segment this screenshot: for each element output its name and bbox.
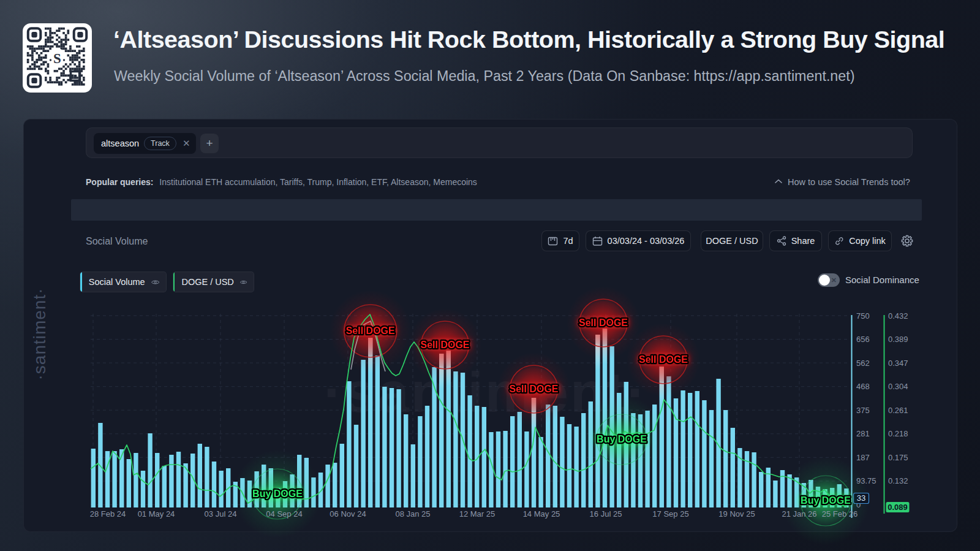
svg-text:16 Jul 25: 16 Jul 25: [590, 509, 622, 519]
svg-text:0.347: 0.347: [888, 359, 908, 368]
svg-text:Buy DOGE: Buy DOGE: [252, 488, 303, 499]
svg-text:08 Jan 25: 08 Jan 25: [395, 509, 430, 519]
svg-text:375: 375: [856, 406, 870, 415]
svg-text:Sell DOGE: Sell DOGE: [346, 325, 395, 336]
svg-text:·santiment·: ·santiment·: [30, 287, 49, 380]
svg-text:12 Mar 25: 12 Mar 25: [459, 509, 496, 519]
svg-text:Buy DOGE: Buy DOGE: [801, 495, 851, 506]
svg-text:28 Feb 24: 28 Feb 24: [90, 509, 126, 519]
svg-text:0.175: 0.175: [888, 453, 908, 462]
svg-text:562: 562: [856, 359, 870, 368]
svg-text:93.75: 93.75: [856, 476, 876, 485]
svg-text:0.089: 0.089: [888, 503, 908, 512]
svg-text:0.389: 0.389: [888, 335, 908, 344]
svg-text:Sell DOGE: Sell DOGE: [639, 354, 688, 365]
svg-text:03 Jul 24: 03 Jul 24: [205, 509, 237, 519]
svg-text:25 Feb 26: 25 Feb 26: [822, 509, 858, 519]
svg-text:04 Sep 24: 04 Sep 24: [266, 509, 302, 519]
svg-text:33: 33: [857, 493, 865, 503]
svg-text:01 May 24: 01 May 24: [138, 509, 175, 519]
svg-text:0.304: 0.304: [888, 382, 908, 391]
svg-text:0.261: 0.261: [888, 406, 908, 415]
svg-text:19 Nov 25: 19 Nov 25: [718, 509, 755, 519]
svg-text:06 Nov 24: 06 Nov 24: [330, 509, 366, 519]
svg-text:Sell DOGE: Sell DOGE: [509, 384, 558, 394]
svg-text:187: 187: [856, 453, 870, 462]
svg-text:0.432: 0.432: [888, 311, 908, 321]
svg-text:14 May 25: 14 May 25: [523, 509, 560, 519]
svg-text:0.132: 0.132: [888, 476, 908, 485]
svg-text:Sell DOGE: Sell DOGE: [579, 317, 628, 328]
svg-text:281: 281: [856, 429, 870, 438]
svg-text:Sell DOGE: Sell DOGE: [420, 340, 469, 350]
svg-text:17 Sep 25: 17 Sep 25: [652, 509, 688, 519]
svg-text:0.218: 0.218: [888, 429, 908, 438]
svg-text:Buy DOGE: Buy DOGE: [597, 434, 647, 444]
svg-text:468: 468: [856, 382, 870, 391]
svg-text:21 Jan 26: 21 Jan 26: [782, 509, 816, 519]
svg-text:656: 656: [856, 335, 870, 344]
svg-text:750: 750: [856, 311, 870, 321]
